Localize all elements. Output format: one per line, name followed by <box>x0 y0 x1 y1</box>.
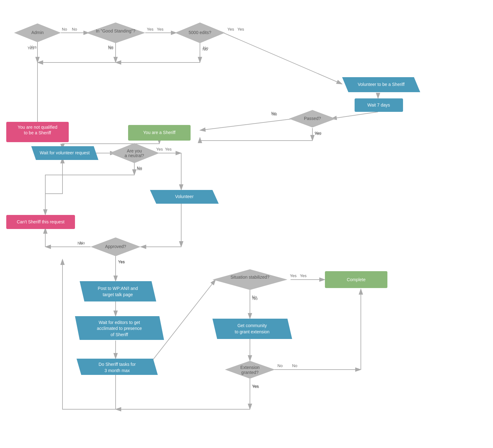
get-community-label2: to grant extension <box>235 329 269 334</box>
get-community-node <box>212 319 292 339</box>
extension-yes-label: Yes <box>252 384 259 388</box>
wait-7-days-label: Wait 7 days <box>367 102 390 107</box>
situation-yes-label: Yes <box>290 273 297 278</box>
good-no-label: No <box>108 46 113 50</box>
situation-diamond <box>212 269 287 290</box>
neutral-label2: a neutral? <box>125 153 144 158</box>
svg-line-17 <box>200 119 294 130</box>
extension-label1: Extension <box>240 365 259 370</box>
extension-label2: granted? <box>241 370 258 375</box>
wait-editors-label1: Wait for editors to get <box>99 320 140 325</box>
situation-no-label: No <box>252 295 257 299</box>
extension-no-label: No <box>277 363 283 368</box>
not-qualified-label: You are not qualified <box>17 125 57 130</box>
passed-yes-label: Yes <box>314 131 321 136</box>
svg-text:No: No <box>72 27 77 32</box>
wait-editors-label2: acclimated to presence <box>97 326 142 331</box>
neutral-no-label: No <box>137 167 142 171</box>
volunteer-label: Volunteer <box>175 194 193 199</box>
svg-text:Yes: Yes <box>300 273 307 278</box>
wait-volunteer-label: Wait for volunteer request <box>40 150 90 155</box>
approved-label: Approved? <box>105 244 126 249</box>
svg-text:No: No <box>292 363 297 368</box>
post-wp-label2: target talk page <box>103 292 133 297</box>
edits-yes-label: Yes <box>227 27 234 32</box>
get-community-label1: Get community <box>237 323 267 328</box>
complete-label: Complete <box>347 277 366 282</box>
admin-no-label: No <box>62 27 67 32</box>
you-are-sheriff-label: You are a Sheriff <box>143 130 176 135</box>
cant-sheriff-label: Can't Sheriff this request <box>17 219 65 224</box>
good-standing-yes-label: Yes <box>147 27 154 32</box>
neutral-label1: Are you <box>127 148 142 153</box>
post-wp-node <box>80 281 156 301</box>
not-qualified-label2: to be a Sheriff <box>24 130 51 135</box>
approved-no-label: No <box>77 241 83 246</box>
edits-no-label: No <box>202 47 208 52</box>
flowchart: No Yes Yes Yes No No No Yes Yes No <box>0 0 493 448</box>
wait-editors-label3: of Sheriff <box>111 332 128 337</box>
passed-label: Passed? <box>304 116 321 121</box>
svg-text:Yes: Yes <box>237 27 244 32</box>
do-sheriff-label1: Do Sheriff tasks for <box>99 362 136 367</box>
good-standing-label: In "Good Standing"? <box>96 28 136 33</box>
passed-no-label: No <box>271 111 276 116</box>
svg-line-6 <box>223 33 342 84</box>
situation-label1: Situation stabilized? <box>231 275 270 280</box>
admin-yes-label: Yes <box>27 46 34 50</box>
svg-text:Yes: Yes <box>165 147 172 152</box>
edits-label: 5000 edits? <box>189 30 212 35</box>
svg-line-16 <box>331 112 378 119</box>
post-wp-label1: Post to WP:AN/I and <box>98 286 138 291</box>
neutral-yes-label: Yes <box>156 147 163 152</box>
admin-label: Admin <box>31 30 44 35</box>
approved-yes-label: Yes <box>118 260 125 264</box>
volunteer-sheriff-label: Volunteer to be a Sheriff <box>358 82 405 87</box>
do-sheriff-label2: 3 month max <box>105 368 130 373</box>
svg-text:Yes: Yes <box>157 27 164 32</box>
